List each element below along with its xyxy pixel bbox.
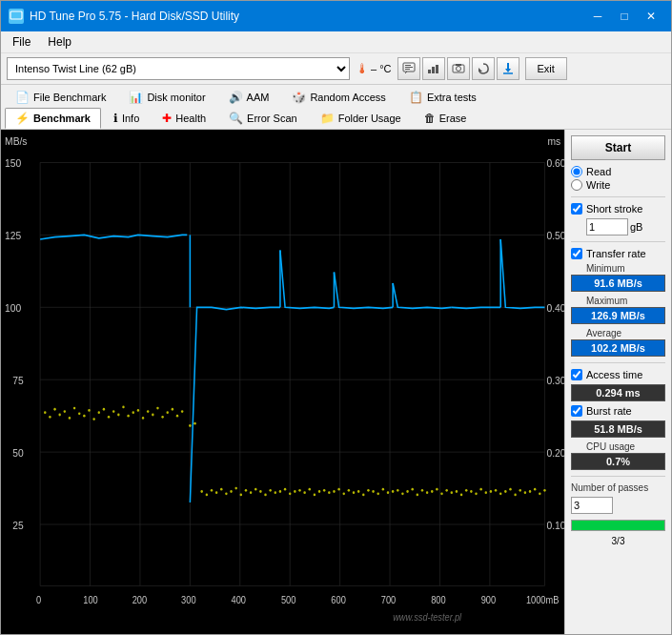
main-window: HD Tune Pro 5.75 - Hard Disk/SSD Utility… xyxy=(0,0,672,635)
menu-bar: File Help xyxy=(1,31,671,53)
short-stroke-spinbox[interactable] xyxy=(586,218,628,236)
svg-rect-6 xyxy=(405,65,411,66)
write-radio-label[interactable]: Write xyxy=(571,179,665,191)
svg-point-113 xyxy=(269,489,271,492)
passes-spinbox[interactable] xyxy=(571,497,613,514)
read-radio[interactable] xyxy=(571,166,582,177)
svg-text:400: 400 xyxy=(232,594,247,605)
svg-point-129 xyxy=(348,489,350,492)
svg-text:0.10: 0.10 xyxy=(546,519,564,531)
maximum-value: 126.9 MB/s xyxy=(571,307,665,324)
svg-point-100 xyxy=(206,494,208,497)
temp-value: – °C xyxy=(371,63,392,74)
toolbar-btn-2[interactable] xyxy=(422,57,445,80)
menu-file[interactable]: File xyxy=(5,33,38,51)
svg-text:200: 200 xyxy=(132,594,148,605)
read-radio-label[interactable]: Read xyxy=(571,166,665,177)
average-label: Average xyxy=(586,328,665,338)
svg-point-109 xyxy=(250,491,252,494)
temp-display: 🌡 – °C xyxy=(356,61,392,76)
svg-point-108 xyxy=(245,489,247,492)
divider-4 xyxy=(571,476,665,477)
file-benchmark-icon: 📄 xyxy=(15,91,30,104)
info-icon: ℹ xyxy=(113,112,118,125)
svg-point-148 xyxy=(440,492,442,495)
tab-aam[interactable]: 🔊 AAM xyxy=(218,87,280,108)
svg-point-152 xyxy=(460,494,462,497)
burst-rate-checkbox[interactable] xyxy=(571,405,582,417)
svg-point-146 xyxy=(431,490,433,493)
tab-random-access[interactable]: 🎲 Random Access xyxy=(281,87,396,108)
tab-health[interactable]: ✚ Health xyxy=(152,108,216,129)
svg-point-13 xyxy=(456,67,460,72)
svg-point-80 xyxy=(103,408,105,411)
svg-point-124 xyxy=(323,489,325,492)
title-bar: HD Tune Pro 5.75 - Hard Disk/SSD Utility… xyxy=(1,1,671,31)
svg-text:100: 100 xyxy=(83,594,98,605)
svg-point-143 xyxy=(417,494,418,497)
right-panel: Start Read Write Short stroke gB xyxy=(564,130,671,634)
toolbar-btn-1[interactable] xyxy=(397,57,420,80)
svg-point-128 xyxy=(343,492,345,495)
svg-point-166 xyxy=(529,490,531,493)
svg-point-123 xyxy=(318,490,320,493)
tab-info[interactable]: ℹ Info xyxy=(103,108,150,129)
extra-tests-icon: 📋 xyxy=(409,91,423,104)
progress-label: 3/3 xyxy=(571,536,665,546)
burst-rate-checkbox-label[interactable]: Burst rate xyxy=(571,405,665,417)
write-radio[interactable] xyxy=(571,179,582,191)
svg-text:0.60: 0.60 xyxy=(546,157,564,170)
svg-point-68 xyxy=(44,411,46,414)
access-time-checkbox-label[interactable]: Access time xyxy=(571,369,665,380)
transfer-rate-checkbox[interactable] xyxy=(571,248,582,259)
transfer-rate-checkbox-label[interactable]: Transfer rate xyxy=(571,248,665,259)
svg-text:50: 50 xyxy=(12,446,23,459)
svg-point-130 xyxy=(353,491,355,494)
svg-marker-15 xyxy=(479,68,482,72)
toolbar-btn-4[interactable] xyxy=(472,57,495,80)
svg-text:150: 150 xyxy=(5,157,21,170)
tab-folder-usage[interactable]: 📁 Folder Usage xyxy=(310,108,412,129)
start-button[interactable]: Start xyxy=(571,135,665,160)
svg-point-127 xyxy=(337,488,339,491)
access-time-checkbox[interactable] xyxy=(571,369,582,380)
minimize-button[interactable]: ─ xyxy=(585,7,610,26)
tab-file-benchmark[interactable]: 📄 File Benchmark xyxy=(5,87,116,108)
svg-point-142 xyxy=(411,488,413,491)
toolbar-btn-5[interactable] xyxy=(497,57,519,80)
svg-text:0.40: 0.40 xyxy=(546,301,564,314)
svg-point-141 xyxy=(406,490,408,493)
short-stroke-checkbox-label[interactable]: Short stroke xyxy=(571,203,665,215)
maximum-stat: Maximum 126.9 MB/s xyxy=(571,296,665,324)
read-write-group: Read Write xyxy=(571,166,665,191)
toolbar-btn-3[interactable] xyxy=(447,57,470,80)
tab-benchmark[interactable]: ⚡ Benchmark xyxy=(5,108,101,129)
maximize-button[interactable]: □ xyxy=(612,7,637,26)
tab-extra-tests[interactable]: 📋 Extra tests xyxy=(398,87,487,108)
divider-1 xyxy=(571,196,665,197)
cpu-usage-stat: CPU usage 0.7% xyxy=(571,441,665,470)
menu-help[interactable]: Help xyxy=(40,33,79,51)
svg-point-139 xyxy=(397,489,398,492)
svg-point-93 xyxy=(166,411,168,414)
svg-point-165 xyxy=(524,491,526,494)
drive-select[interactable]: Intenso Twist Line (62 gB) xyxy=(7,57,350,80)
svg-point-126 xyxy=(333,490,335,493)
exit-button[interactable]: Exit xyxy=(525,57,567,80)
svg-point-95 xyxy=(176,415,178,418)
tab-disk-monitor[interactable]: 📊 Disk monitor xyxy=(118,87,215,108)
svg-rect-0 xyxy=(10,11,22,19)
svg-point-81 xyxy=(108,416,110,419)
window-title: HD Tune Pro 5.75 - Hard Disk/SSD Utility xyxy=(30,10,239,23)
close-button[interactable]: ✕ xyxy=(639,7,663,26)
short-stroke-checkbox[interactable] xyxy=(571,203,582,215)
svg-point-118 xyxy=(294,490,295,493)
svg-point-157 xyxy=(485,491,487,494)
svg-point-112 xyxy=(264,494,266,497)
tab-error-scan[interactable]: 🔍 Error Scan xyxy=(218,108,308,129)
svg-point-91 xyxy=(156,407,158,410)
passes-label: Number of passes xyxy=(571,482,665,493)
tab-erase[interactable]: 🗑 Erase xyxy=(414,108,478,129)
minimum-stat: Minimum 91.6 MB/s xyxy=(571,263,665,292)
thermometer-icon: 🌡 xyxy=(356,61,369,76)
